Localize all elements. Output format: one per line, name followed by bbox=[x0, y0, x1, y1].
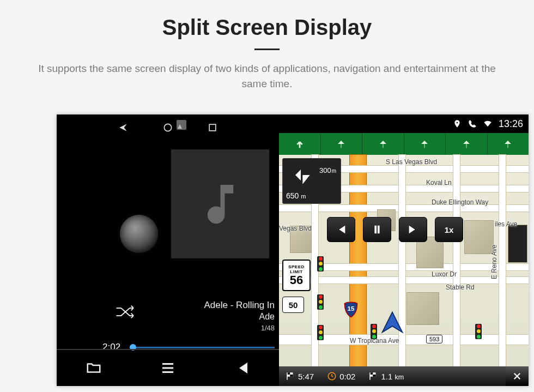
traffic-light-icon bbox=[317, 325, 324, 340]
lane-5 bbox=[446, 133, 488, 155]
wifi-icon bbox=[483, 119, 492, 128]
street-label: Stable Rd bbox=[446, 284, 475, 291]
traffic-light-icon bbox=[475, 324, 482, 339]
svg-rect-4 bbox=[287, 372, 290, 375]
speed-limit-sign: SPEED LIMIT 56 bbox=[282, 260, 311, 291]
eta-cell[interactable]: 5:47 bbox=[279, 371, 320, 381]
track-artist: Ade bbox=[204, 312, 275, 322]
shuffle-button[interactable] bbox=[114, 303, 137, 321]
clock: 13:26 bbox=[499, 118, 523, 130]
traffic-light-icon bbox=[317, 256, 324, 272]
street-label: iles Ave bbox=[495, 220, 517, 228]
interstate-shield: 15 bbox=[343, 301, 359, 317]
page-subtitle: It supports the same screen display of t… bbox=[27, 61, 507, 91]
lane-4 bbox=[404, 133, 446, 155]
svg-point-0 bbox=[164, 124, 171, 131]
road bbox=[453, 155, 460, 366]
delay-value: 0:02 bbox=[339, 372, 355, 381]
page-title: Split Screen Display bbox=[0, 15, 534, 40]
lane-3 bbox=[362, 133, 404, 155]
speed-limit-value: 56 bbox=[283, 274, 310, 286]
playlist-button[interactable] bbox=[159, 360, 177, 376]
flag-icon bbox=[368, 371, 378, 381]
close-icon bbox=[512, 371, 522, 381]
street-label: S Las Vegas Blvd bbox=[386, 158, 437, 166]
total-distance: 650 m bbox=[286, 191, 306, 200]
street-label: E Reno Ave bbox=[490, 245, 498, 279]
clock-icon bbox=[327, 371, 337, 381]
sim-next-button[interactable] bbox=[399, 217, 427, 242]
eta-value: 5:47 bbox=[298, 372, 314, 381]
street-label: Vegas Blvd bbox=[279, 225, 312, 232]
back-icon[interactable] bbox=[118, 122, 129, 133]
lane-2 bbox=[321, 133, 363, 155]
svg-text:15: 15 bbox=[348, 305, 355, 312]
lane-1 bbox=[279, 133, 321, 155]
building bbox=[508, 225, 527, 263]
track-index: 1/48 bbox=[204, 324, 275, 332]
folder-button[interactable] bbox=[84, 360, 103, 376]
music-note-icon bbox=[195, 178, 246, 230]
lane-6 bbox=[488, 133, 529, 155]
road bbox=[499, 155, 506, 366]
volume-knob[interactable] bbox=[120, 215, 158, 253]
player-bottom-bar bbox=[57, 349, 279, 386]
next-turn-distance: 300m bbox=[319, 166, 336, 174]
navigation-pane: 13:26 bbox=[279, 114, 529, 386]
split-screen-device: Adele - Rolling In Ade 1/48 2:02 bbox=[57, 114, 529, 386]
distance-cell[interactable]: 1.1 km bbox=[362, 371, 410, 381]
close-button[interactable] bbox=[506, 366, 529, 386]
sim-speed-button[interactable]: 1x bbox=[435, 217, 463, 242]
title-underline bbox=[254, 49, 280, 50]
route-shield: 50 bbox=[282, 297, 304, 313]
sim-prev-button[interactable] bbox=[327, 217, 355, 242]
flag-icon bbox=[286, 371, 295, 381]
navigation-footer: 5:47 0:02 1.1 km bbox=[279, 366, 529, 386]
vehicle-cursor bbox=[380, 310, 404, 334]
svg-rect-9 bbox=[373, 375, 376, 377]
recents-icon[interactable] bbox=[207, 122, 218, 133]
address-bubble: 593 bbox=[426, 335, 442, 343]
turn-instruction: 300m 650 m bbox=[282, 158, 341, 204]
home-icon[interactable] bbox=[162, 122, 173, 133]
lane-guidance-bar bbox=[279, 133, 529, 155]
traffic-light-icon bbox=[371, 324, 377, 339]
music-player-pane: Adele - Rolling In Ade 1/48 2:02 bbox=[57, 114, 279, 386]
sim-controls: 1x bbox=[327, 217, 463, 242]
gallery-icon[interactable] bbox=[177, 120, 186, 130]
svg-rect-5 bbox=[290, 375, 293, 377]
delay-cell[interactable]: 0:02 bbox=[320, 371, 362, 381]
building bbox=[406, 292, 439, 325]
svg-rect-1 bbox=[209, 124, 216, 131]
track-info: Adele - Rolling In Ade 1/48 bbox=[204, 300, 275, 332]
phone-icon bbox=[468, 119, 477, 128]
location-icon bbox=[453, 119, 462, 128]
distance-value: 1.1 km bbox=[381, 372, 404, 381]
street-label: Duke Ellington Way bbox=[432, 198, 488, 206]
map-canvas[interactable]: S Las Vegas Blvd Koval Ln Duke Ellington… bbox=[279, 155, 529, 366]
traffic-light-icon bbox=[317, 294, 324, 310]
android-statusbar: 13:26 bbox=[279, 114, 529, 133]
turn-left-icon bbox=[288, 164, 313, 186]
previous-track-button[interactable] bbox=[233, 360, 251, 376]
road bbox=[399, 155, 405, 366]
street-label: Luxor Dr bbox=[432, 270, 457, 278]
building bbox=[464, 220, 494, 254]
android-navbar bbox=[57, 114, 279, 141]
svg-rect-8 bbox=[370, 372, 373, 375]
track-title: Adele - Rolling In bbox=[204, 300, 275, 311]
album-art bbox=[171, 149, 269, 258]
street-label: Koval Ln bbox=[426, 179, 452, 186]
sim-pause-button[interactable] bbox=[363, 217, 391, 242]
timeline-track[interactable] bbox=[130, 347, 275, 348]
